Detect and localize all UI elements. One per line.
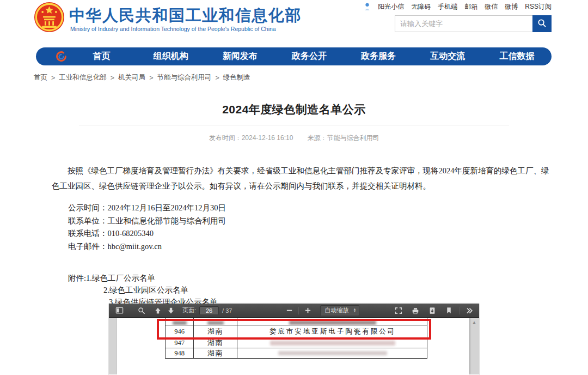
contact-unit-line: 联系单位：工业和信息化部节能与综合利用司 [68, 215, 226, 228]
pdf-print-button[interactable] [411, 306, 420, 316]
attachments-label: 附件: [68, 274, 86, 282]
nav-item-home[interactable]: 首页 [67, 51, 136, 62]
link-mobile[interactable]: 手机端 [438, 2, 457, 11]
title-divider [79, 125, 509, 125]
contact-phone-line: 联系电话：010-68205340 [68, 227, 226, 240]
pdf-presentation-mode-button[interactable] [394, 306, 403, 316]
contact-info: 公示时间：2024年12月16日至2024年12月30日 联系单位：工业和信息化… [68, 202, 226, 253]
link-accessibility[interactable]: 无障碍 [411, 2, 431, 11]
search-input[interactable] [395, 15, 532, 32]
miit-swirl-icon [56, 51, 67, 62]
pdf-zoom-out-button[interactable] [285, 306, 294, 315]
pdf-search-button[interactable] [137, 306, 146, 316]
pdf-bookmark-button[interactable] [444, 306, 454, 315]
breadcrumb-separator: > [215, 74, 219, 82]
breadcrumb-departments[interactable]: 机关司局 [118, 73, 145, 82]
main-nav: 首页 组织机构 新闻发布 政务公开 政务服务 互动交流 工信数据 [36, 47, 552, 65]
utility-links: 阳光小信 无障碍 手机端 邮箱 微信 微博 RSS订阅 [364, 2, 552, 11]
pdf-page-total: / 37 [222, 307, 232, 314]
pdf-page-label: 页面: [182, 306, 196, 314]
table-row-948: 948 湖南 [166, 348, 427, 359]
redacted-blur [270, 341, 395, 346]
nav-item-organization[interactable]: 组织机构 [136, 51, 205, 62]
pdf-zoom-in-button[interactable] [303, 306, 313, 315]
pdf-more-tools-button[interactable] [464, 306, 474, 316]
breadcrumb-home[interactable]: 首页 [34, 73, 47, 82]
pdf-zoom-select[interactable]: 自动缩放 ▲▼ [320, 305, 359, 316]
search-icon [537, 19, 547, 29]
publicity-period-line: 公示时间：2024年12月16日至2024年12月30日 [68, 202, 226, 215]
article-meta: 发布时间：2024-12-16 16:10来源：节能与综合利用司 [0, 134, 588, 143]
spinner-arrows-icon: ▲▼ [353, 308, 356, 312]
pdf-page-down-button[interactable] [166, 306, 176, 316]
pdf-toolbar: 页面: / 37 自动缩放 ▲▼ [109, 304, 479, 318]
national-emblem-logo [34, 2, 65, 33]
publish-time-label: 发布时间： [209, 134, 242, 142]
nav-item-interaction[interactable]: 互动交流 [413, 51, 482, 62]
cell-province: 湖南 [194, 348, 237, 358]
breadcrumb-green-manufacturing[interactable]: 绿色制造 [223, 73, 250, 82]
link-yangguangxiaoxin[interactable]: 阳光小信 [378, 2, 404, 11]
article-paragraph: 按照《绿色工厂梯度培育及管理暂行办法》有关要求，经省级工业和信息化主管部门推荐及… [52, 163, 551, 193]
nav-item-gov-disclosure[interactable]: 政务公开 [274, 51, 344, 62]
pdf-zoom-value: 自动缩放 [324, 306, 348, 314]
nav-item-gov-services[interactable]: 政务服务 [344, 51, 413, 62]
redacted-blur [278, 351, 387, 355]
mascot-icon [364, 3, 371, 11]
publish-time-value: 2024-12-16 16:10 [242, 134, 293, 142]
attachment-green-industrial-park[interactable]: 2.绿色工业园区公示名单 [103, 286, 188, 294]
pdf-viewer: 页面: / 37 自动缩放 ▲▼ [109, 304, 479, 375]
site-title: 中华人民共和国工业和信息化部 [69, 5, 302, 27]
link-rss[interactable]: RSS订阅 [525, 2, 552, 11]
scroll-up-icon: ▲ [472, 320, 476, 325]
attachment-green-factory[interactable]: 1.绿色工厂公示名单 [86, 274, 155, 282]
source-value: 节能与综合利用司 [327, 134, 379, 142]
nav-item-news[interactable]: 新闻发布 [205, 51, 274, 62]
source-label: 来源： [307, 134, 327, 142]
page-title: 2024年度绿色制造名单公示 [0, 102, 588, 117]
link-wechat[interactable]: 微信 [485, 2, 498, 11]
search-box [395, 15, 552, 32]
pdf-page-input[interactable] [199, 306, 219, 315]
pdf-download-button[interactable] [427, 306, 437, 316]
breadcrumb-separator: > [51, 74, 55, 82]
link-weibo[interactable]: 微博 [505, 2, 518, 11]
pdf-sidebar-toggle-button[interactable] [114, 305, 125, 316]
pdf-scrollbar[interactable]: ▲ [471, 320, 477, 325]
page: 中华人民共和国工业和信息化部 Ministry of Industry and … [0, 0, 588, 375]
pdf-page-up-button[interactable] [153, 306, 163, 316]
breadcrumb-energy-dept[interactable]: 节能与综合利用司 [157, 73, 211, 82]
nav-item-miit-data[interactable]: 工信数据 [482, 51, 552, 62]
link-mailbox[interactable]: 邮箱 [464, 2, 477, 11]
breadcrumb-separator: > [111, 74, 114, 82]
cell-no: 948 [166, 348, 194, 358]
pdf-content[interactable]: 946 湖南 娄底市安地亚斯电子陶瓷有限公司 947 湖南 948 湖南 [109, 318, 479, 374]
contact-email-line: 电子邮件：hbc@miit.gov.cn [68, 240, 226, 253]
breadcrumb: 首页 > 工业和信息化部 > 机关司局 > 节能与综合利用司 > 绿色制造 [34, 73, 250, 82]
highlight-box [157, 319, 431, 340]
site-subtitle: Ministry of Industry and Information Tec… [70, 26, 276, 32]
breadcrumb-separator: > [149, 74, 153, 82]
breadcrumb-miit[interactable]: 工业和信息化部 [59, 73, 107, 82]
search-button[interactable] [532, 15, 552, 32]
